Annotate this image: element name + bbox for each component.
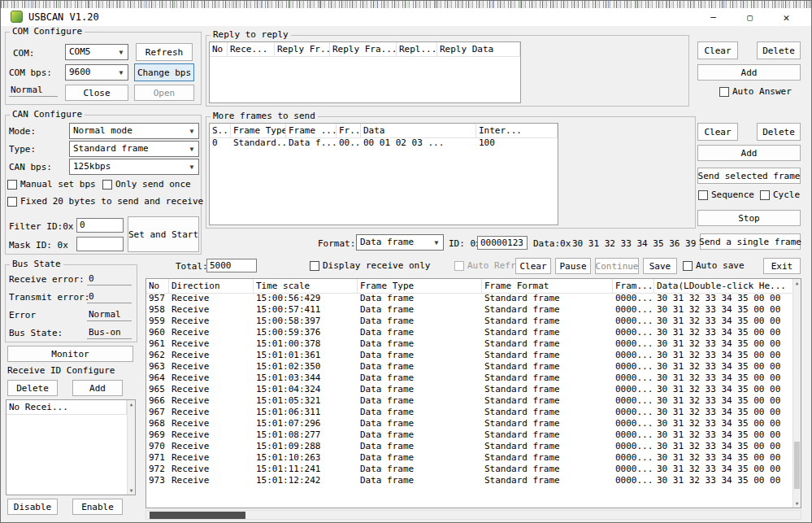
- stop-button[interactable]: Stop: [697, 210, 801, 226]
- table-row[interactable]: 964Receive15:01:03:344Data frameStandard…: [146, 373, 792, 384]
- frames-table[interactable]: S...Frame TypeFrame ...Fr...DataInter...…: [209, 123, 558, 225]
- table-row[interactable]: 959Receive15:00:58:397Data frameStandard…: [146, 316, 792, 327]
- table-row[interactable]: 966Receive15:01:05:321Data frameStandard…: [146, 395, 792, 407]
- table-row[interactable]: 968Receive15:01:07:296Data frameStandard…: [146, 418, 792, 429]
- exit-button[interactable]: Exit: [763, 258, 801, 274]
- column-header[interactable]: Time scale: [254, 279, 358, 293]
- column-header[interactable]: S...: [210, 124, 231, 137]
- frames-add-button[interactable]: Add: [697, 145, 801, 161]
- display-receive-only-checkbox[interactable]: Display receive only: [310, 260, 430, 271]
- receive-id-list[interactable]: No Recei... ▲ ▼: [6, 399, 136, 495]
- change-bps-button[interactable]: Change bps: [134, 63, 194, 81]
- format-select[interactable]: Data frame ▼: [356, 234, 444, 251]
- auto-save-checkbox[interactable]: Auto save: [683, 260, 745, 271]
- column-header[interactable]: Data: [361, 124, 476, 137]
- only-send-once-checkbox[interactable]: Only send once: [102, 179, 191, 190]
- com-port-value: COM5: [66, 45, 115, 59]
- table-row[interactable]: 962Receive15:01:01:361Data frameStandard…: [146, 350, 792, 361]
- sequence-checkbox[interactable]: Sequence: [698, 190, 754, 200]
- scroll-down-icon[interactable]: ▼: [793, 499, 801, 508]
- frames-clear-button[interactable]: Clear: [697, 123, 738, 141]
- column-header[interactable]: Frame ...: [286, 124, 337, 137]
- mode-select[interactable]: Normal mode ▼: [69, 123, 199, 139]
- close-port-button[interactable]: Close: [65, 85, 128, 101]
- column-header[interactable]: Reply Fra...: [330, 42, 397, 56]
- frame-type-select[interactable]: Standard frame ▼: [69, 141, 199, 157]
- table-row[interactable]: 970Receive15:01:09:288Data frameStandard…: [146, 441, 792, 452]
- table-row[interactable]: 969Receive15:01:08:277Data frameStandard…: [146, 429, 792, 441]
- table-cell: 0000...: [613, 350, 654, 361]
- column-header[interactable]: Frame Format: [482, 279, 613, 293]
- enable-button[interactable]: Enable: [72, 499, 123, 515]
- com-port-select[interactable]: COM5 ▼: [65, 44, 128, 60]
- column-header[interactable]: No Recei...: [7, 400, 127, 414]
- table-row[interactable]: 973Receive15:01:12:242Data frameStandard…: [146, 475, 792, 486]
- scroll-down-icon[interactable]: ▼: [128, 486, 135, 495]
- column-header[interactable]: No: [146, 279, 169, 293]
- disable-button[interactable]: Disable: [7, 499, 58, 515]
- close-button[interactable]: ✕: [768, 8, 805, 26]
- table-row[interactable]: 972Receive15:01:11:241Data frameStandard…: [146, 464, 792, 475]
- column-header[interactable]: Fram...: [613, 279, 654, 293]
- manual-set-bps-checkbox[interactable]: Manual set bps: [7, 179, 96, 190]
- scroll-up-icon[interactable]: ▲: [793, 279, 801, 287]
- table-row[interactable]: 960Receive15:00:59:376Data frameStandard…: [146, 327, 792, 338]
- frames-delete-button[interactable]: Delete: [757, 123, 801, 141]
- column-header[interactable]: No: [210, 42, 228, 56]
- monitor-button[interactable]: Monitor: [7, 346, 133, 362]
- column-header[interactable]: Reply Fr...: [275, 42, 330, 56]
- column-header[interactable]: Rece...: [228, 42, 275, 56]
- set-and-start-button[interactable]: Set and Start: [128, 216, 199, 252]
- titlebar[interactable]: USBCAN V1.20 ─ ▢ ✕: [1, 8, 811, 26]
- minimize-button[interactable]: ─: [695, 8, 732, 26]
- reply-delete-button[interactable]: Delete: [757, 41, 801, 59]
- cycle-checkbox[interactable]: Cycle: [760, 190, 800, 200]
- filter-id-input[interactable]: 0: [76, 218, 124, 233]
- table-row[interactable]: 957Receive15:00:56:429Data frameStandard…: [146, 293, 792, 304]
- reply-table[interactable]: NoRece...Reply Fr...Reply Fra...Repl...R…: [209, 41, 521, 103]
- table-row[interactable]: 963Receive15:01:02:350Data frameStandard…: [146, 361, 792, 373]
- column-header[interactable]: Inter...: [476, 124, 558, 137]
- table-row[interactable]: 967Receive15:01:06:311Data frameStandard…: [146, 407, 792, 418]
- auto-answer-checkbox[interactable]: Auto Answer: [719, 86, 792, 97]
- table-row[interactable]: 971Receive15:01:10:263Data frameStandard…: [146, 452, 792, 464]
- table-cell: 15:01:10:263: [254, 452, 358, 464]
- data-hex-input[interactable]: 30 31 32 33 34 35 36 39: [572, 238, 696, 249]
- send-single-frame-button[interactable]: Send a single frame: [700, 233, 801, 250]
- receive-table-scrollbar[interactable]: ▲ ▼: [792, 279, 801, 508]
- reply-clear-button[interactable]: Clear: [697, 41, 738, 59]
- table-row[interactable]: 958Receive15:00:57:411Data frameStandard…: [146, 304, 792, 316]
- save-button[interactable]: Save: [643, 258, 677, 274]
- column-header[interactable]: Reply Data: [437, 42, 520, 56]
- receive-id-add-button[interactable]: Add: [72, 380, 123, 396]
- total-input[interactable]: 5000: [206, 259, 257, 272]
- hscrollbar-thumb[interactable]: [150, 512, 245, 519]
- maximize-button[interactable]: ▢: [732, 8, 768, 26]
- table-row[interactable]: 961Receive15:01:00:378Data frameStandard…: [146, 338, 792, 350]
- column-header[interactable]: Fr...: [337, 124, 361, 137]
- scroll-up-icon[interactable]: ▲: [128, 400, 135, 408]
- fixed-20-bytes-checkbox[interactable]: Fixed 20 bytes to send and receive: [7, 196, 203, 207]
- pause-button[interactable]: Pause: [555, 258, 591, 274]
- receive-id-list-scrollbar[interactable]: ▲ ▼: [127, 400, 135, 495]
- receive-table-hscrollbar[interactable]: [145, 510, 801, 520]
- reply-add-button[interactable]: Add: [697, 64, 801, 81]
- table-cell: Data frame: [358, 304, 482, 316]
- scrollbar-thumb[interactable]: [794, 442, 800, 489]
- can-bps-select[interactable]: 125kbps ▼: [69, 159, 199, 175]
- id-input[interactable]: 00000123: [477, 236, 528, 250]
- table-row[interactable]: 965Receive15:01:04:324Data frameStandard…: [146, 384, 792, 395]
- table-row[interactable]: 0Standard...Data f...00...00 01 02 03 ..…: [210, 137, 558, 149]
- send-selected-frame-button[interactable]: Send selected frame: [697, 168, 801, 184]
- mask-id-input[interactable]: [76, 237, 124, 251]
- com-bps-select[interactable]: 9600 ▼: [65, 64, 128, 81]
- table-clear-button[interactable]: Clear: [515, 258, 551, 274]
- column-header[interactable]: Frame Type: [231, 124, 286, 137]
- column-header[interactable]: Direction: [169, 279, 254, 293]
- refresh-button[interactable]: Refresh: [136, 43, 193, 61]
- column-header[interactable]: Repl...: [397, 42, 437, 56]
- column-header[interactable]: Data(LDouble-click He...: [654, 279, 801, 293]
- receive-table[interactable]: NoDirectionTime scaleFrame TypeFrame For…: [145, 278, 801, 508]
- receive-id-delete-button[interactable]: Delete: [7, 380, 58, 396]
- column-header[interactable]: Frame Type: [358, 279, 482, 293]
